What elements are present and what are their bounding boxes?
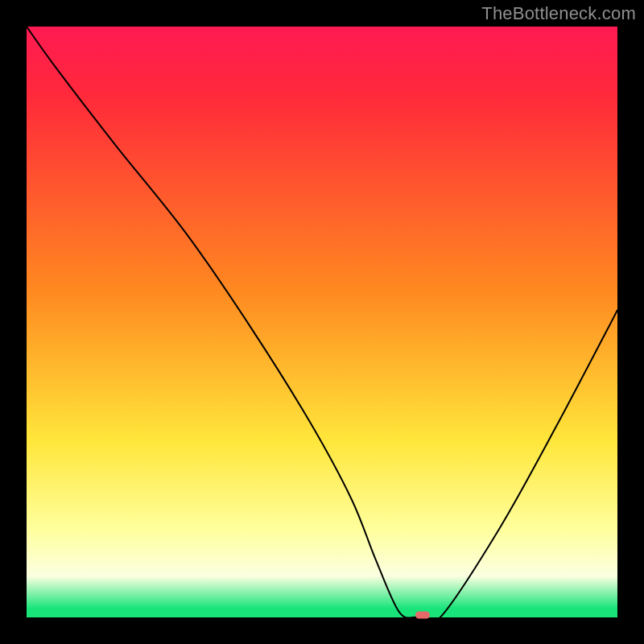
attribution-label: TheBottleneck.com: [481, 3, 636, 24]
chart-frame: TheBottleneck.com: [0, 0, 644, 644]
bottleneck-curve: [27, 27, 617, 617]
plot-area: [27, 27, 617, 617]
optimum-marker: [415, 612, 430, 619]
